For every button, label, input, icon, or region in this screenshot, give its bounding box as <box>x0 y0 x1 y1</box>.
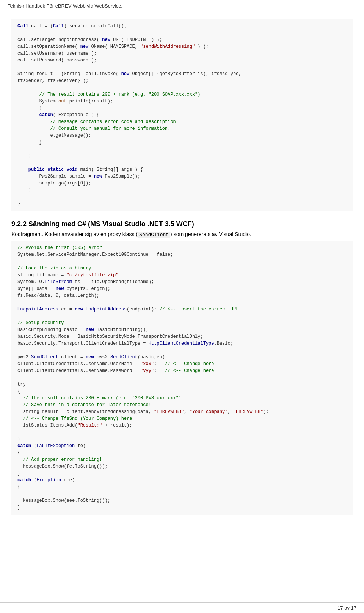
inline-code-sendclient: SendClient <box>138 232 170 238</box>
page-header: Teknisk Handbok För eBREV Webb via WebSe… <box>0 0 364 12</box>
header-title: Teknisk Handbok För eBREV Webb via WebSe… <box>8 3 122 9</box>
code-block-1: Call call = (Call) service.createCall();… <box>11 19 353 211</box>
page-number: 17 av 17 <box>337 605 356 611</box>
page-content: Call call = (Call) service.createCall();… <box>0 12 364 544</box>
section-922-heading: 9.2.2 Sändning med C# (MS Visual Studio … <box>11 220 353 228</box>
section-922-intro: Kodfragment. Koden använder sig av en pr… <box>11 231 353 238</box>
page-footer: 17 av 17 <box>0 602 364 613</box>
code-block-2: // Avoids the first (505) error System.N… <box>11 241 353 515</box>
